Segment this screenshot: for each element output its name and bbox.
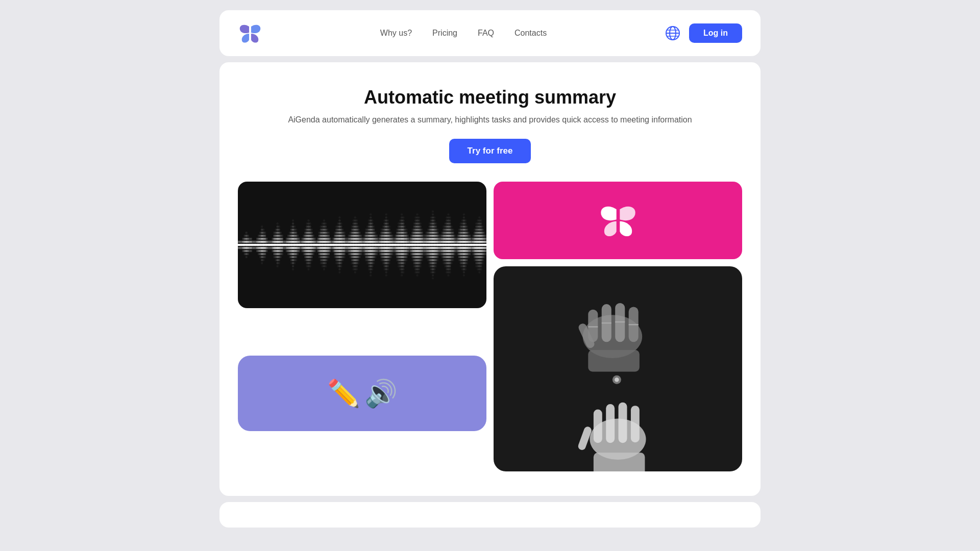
svg-point-1581 (468, 232, 470, 234)
svg-point-41 (247, 253, 249, 255)
svg-point-1307 (433, 271, 435, 273)
svg-point-1170 (418, 268, 420, 270)
nav-pricing[interactable]: Pricing (432, 29, 457, 38)
svg-point-190 (280, 256, 282, 258)
svg-point-1197 (421, 259, 423, 261)
svg-point-278 (295, 259, 297, 261)
svg-point-921 (388, 229, 390, 231)
pink-logo-card (494, 182, 742, 259)
nav-links: Why us? Pricing FAQ Contacts (380, 29, 547, 38)
svg-point-679 (356, 268, 358, 270)
logo[interactable] (238, 22, 262, 44)
svg-point-464 (326, 229, 328, 231)
svg-point-1530 (463, 213, 465, 215)
login-button[interactable]: Log in (689, 23, 742, 43)
svg-point-1442 (449, 268, 451, 270)
svg-point-107 (264, 235, 266, 237)
svg-rect-1734 (594, 453, 645, 471)
svg-point-693 (359, 232, 361, 234)
svg-point-1550 (463, 274, 465, 276)
svg-point-181 (278, 262, 280, 264)
svg-point-941 (390, 256, 392, 258)
svg-point-1701 (483, 232, 485, 234)
svg-point-919 (387, 268, 389, 270)
svg-point-931 (388, 259, 390, 261)
svg-point-663 (356, 219, 358, 221)
svg-point-26 (246, 232, 248, 234)
right-column (494, 182, 742, 471)
svg-point-1672 (480, 222, 482, 224)
svg-point-1443 (449, 271, 451, 273)
svg-point-1687 (480, 268, 482, 270)
try-for-free-button[interactable]: Try for free (449, 139, 531, 163)
svg-point-783 (371, 219, 373, 221)
robot-hand-svg (494, 266, 742, 471)
nav-contacts[interactable]: Contacts (514, 29, 547, 38)
svg-point-1042 (402, 268, 404, 270)
svg-point-239 (292, 222, 294, 224)
svg-point-268 (295, 229, 297, 231)
svg-point-463 (325, 265, 327, 267)
svg-point-476 (328, 235, 330, 237)
svg-point-484 (329, 238, 331, 240)
svg-point-904 (387, 222, 389, 224)
nav-faq[interactable]: FAQ (478, 29, 494, 38)
nav-why-us[interactable]: Why us? (380, 29, 412, 38)
svg-point-1457 (452, 229, 454, 231)
svg-point-34 (246, 256, 248, 258)
svg-point-35 (247, 235, 249, 237)
svg-point-566 (340, 262, 342, 264)
svg-point-903 (387, 219, 389, 221)
svg-point-1699 (481, 259, 483, 261)
svg-point-1321 (435, 262, 437, 264)
svg-point-883 (385, 216, 387, 218)
svg-point-1172 (419, 222, 421, 224)
svg-point-1153 (418, 216, 420, 218)
svg-rect-1729 (594, 410, 602, 443)
svg-point-763 (370, 216, 372, 218)
svg-point-106 (264, 232, 266, 234)
svg-point-350 (309, 226, 311, 228)
svg-point-1306 (433, 268, 435, 270)
svg-point-784 (371, 222, 373, 224)
svg-rect-1731 (619, 403, 627, 443)
svg-point-1427 (449, 222, 451, 224)
svg-point-105 (262, 259, 264, 261)
svg-point-113 (264, 253, 266, 255)
svg-point-1332 (436, 256, 438, 258)
svg-point-192 (281, 238, 283, 240)
globe-icon[interactable] (665, 25, 681, 41)
svg-point-1468 (453, 235, 455, 237)
svg-point-1074 (407, 253, 409, 255)
svg-point-1267 (432, 213, 434, 215)
svg-point-482 (328, 253, 330, 255)
svg-point-119 (265, 250, 267, 252)
svg-point-1024 (401, 274, 403, 276)
waveform-image: [3,5,8,12,16,20,18,14,10,6,4,7,11,17,24,… (238, 182, 486, 308)
svg-point-948 (391, 253, 394, 255)
svg-point-1466 (452, 256, 454, 258)
svg-point-191 (281, 235, 283, 237)
svg-point-920 (388, 226, 390, 228)
svg-point-1186 (419, 265, 421, 267)
svg-point-664 (356, 222, 358, 224)
svg-point-1323 (436, 229, 438, 231)
svg-point-115 (265, 238, 267, 240)
svg-point-1568 (466, 226, 468, 228)
svg-point-691 (357, 259, 359, 261)
svg-point-1688 (481, 226, 483, 228)
svg-point-579 (343, 232, 345, 234)
svg-point-474 (326, 259, 328, 261)
svg-point-1549 (463, 271, 465, 273)
svg-point-882 (385, 213, 387, 215)
svg-point-1426 (449, 219, 451, 221)
hero-subtitle: AiGenda automatically generates a summar… (288, 115, 692, 124)
images-grid: [3,5,8,12,16,20,18,14,10,6,4,7,11,17,24,… (238, 182, 742, 471)
svg-point-534 (338, 216, 340, 218)
svg-point-1056 (404, 262, 406, 264)
svg-point-373 (310, 256, 312, 258)
svg-point-811 (373, 259, 375, 261)
svg-point-1027 (402, 222, 404, 224)
svg-point-578 (341, 259, 344, 261)
svg-point-1456 (450, 262, 452, 264)
